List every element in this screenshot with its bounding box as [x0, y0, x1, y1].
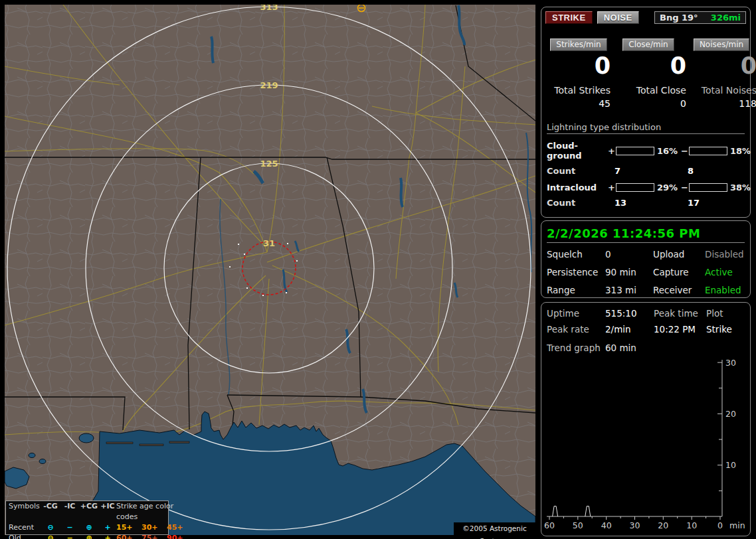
- peak-time-value: 10:22 PM: [654, 324, 706, 335]
- status-box: 2/2/2026 11:24:56 PM Squelch 0 Upload Di…: [541, 220, 751, 298]
- x-tick-40: 40: [601, 520, 612, 530]
- peak-rate-value: 2/min: [605, 324, 654, 335]
- cg-negative-count: 8: [681, 166, 754, 176]
- legend-symbols-header: Symbols: [9, 501, 41, 522]
- receiver-status: Enabled: [705, 283, 750, 297]
- age-30: 30+: [142, 522, 167, 533]
- total-strikes-value: 45: [599, 98, 611, 109]
- range-value: 313 mi: [605, 283, 653, 297]
- rate-counters: Strikes/min 0 Total Strikes 45 Close/min…: [547, 38, 746, 109]
- plus-sign: +: [608, 146, 616, 156]
- map-display[interactable]: 313 219 125 31 Symbols -CG -IC +CG +IC S…: [0, 0, 538, 539]
- old-minus-icon: −: [60, 533, 79, 539]
- distance-value: 326mi: [711, 13, 741, 23]
- plot-value: Strike: [706, 324, 750, 335]
- legend-neg-ic-header: -IC: [60, 501, 79, 522]
- intracloud-row: Intracloud + 29% − 38%: [547, 183, 750, 193]
- range-label: Range: [547, 283, 605, 297]
- ic-negative-count: 17: [681, 198, 754, 208]
- ic-positive-bar: [616, 183, 654, 192]
- cloud-ground-row: Cloud-ground + 16% − 18%: [547, 141, 750, 161]
- strikes-per-min-value: 0: [595, 52, 611, 79]
- persistence-row: Persistence 90 min Capture Active: [547, 266, 750, 279]
- total-noises-label: Total Noises: [702, 85, 756, 96]
- recent-circle-minus-icon: ⊖: [41, 522, 60, 533]
- legend-recent-label: Recent: [9, 522, 41, 533]
- uptime-row: Uptime 515:10 Peak time Plot: [547, 308, 750, 319]
- bearing-value: Bng 19°: [660, 13, 698, 23]
- squelch-label: Squelch: [547, 248, 605, 261]
- minus-sign: −: [681, 146, 689, 156]
- ic-negative-bar: [689, 183, 727, 192]
- map-canvas: 313 219 125 31: [0, 0, 538, 539]
- stats-box: STRIKE NOISE Bng 19° 326mi Strikes/min 0…: [541, 7, 751, 218]
- y-tick-20: 20: [725, 409, 736, 419]
- legend-pos-ic-header: +IC: [99, 501, 116, 522]
- recent-plus-icon: +: [99, 522, 116, 533]
- peak-rate-label: Peak rate: [547, 324, 605, 335]
- trend-peaks: [553, 506, 591, 517]
- receiver-label: Receiver: [653, 283, 705, 297]
- trend-graph-value: 60 min: [605, 343, 750, 353]
- legend-pos-cg-header: +CG: [79, 501, 99, 522]
- uptime-value: 515:10: [605, 308, 654, 319]
- noise-mode-button[interactable]: NOISE: [597, 11, 639, 24]
- x-tick-0: 0: [717, 520, 723, 530]
- minus-sign: −: [681, 183, 689, 193]
- ring-label-125: 125: [260, 159, 278, 169]
- legend-old-label: Old: [9, 533, 41, 539]
- y-tick-10: 10: [725, 460, 736, 470]
- strikes-counter-column: Strikes/min 0 Total Strikes 45: [547, 38, 611, 109]
- peak-time-header: Peak time: [654, 308, 706, 319]
- strike-mode-button[interactable]: STRIKE: [545, 11, 593, 24]
- side-panel: STRIKE NOISE Bng 19° 326mi Strikes/min 0…: [539, 0, 756, 539]
- x-tick-10: 10: [686, 520, 697, 530]
- y-tick-30: 30: [725, 358, 736, 368]
- cg-positive-count: 7: [608, 166, 681, 176]
- uptime-box: Uptime 515:10 Peak time Plot Peak rate 2…: [541, 302, 751, 536]
- trend-graph-label: Trend graph: [547, 343, 605, 353]
- total-close-value: 0: [680, 98, 686, 109]
- cg-positive-bar: [616, 147, 654, 155]
- squelch-row: Squelch 0 Upload Disabled: [547, 248, 750, 261]
- recent-minus-icon: −: [60, 522, 79, 533]
- age-60: 60+: [116, 533, 142, 539]
- cg-negative-bar: [689, 147, 727, 155]
- strikes-per-min-button[interactable]: Strikes/min: [550, 38, 607, 51]
- close-counter-column: Close/min 0 Total Close 0: [611, 38, 686, 109]
- persistence-label: Persistence: [547, 266, 605, 279]
- x-axis-unit: min: [729, 520, 745, 530]
- upload-label: Upload: [653, 248, 705, 261]
- total-strikes-label: Total Strikes: [554, 85, 611, 96]
- close-per-min-button[interactable]: Close/min: [622, 38, 674, 51]
- noises-per-min-button[interactable]: Noises/min: [694, 38, 749, 51]
- datetime-display: 2/2/2026 11:24:56 PM: [547, 226, 745, 243]
- total-noises-value: 118: [739, 98, 756, 109]
- legend-neg-cg-header: -CG: [41, 501, 60, 522]
- capture-status: Active: [705, 266, 750, 279]
- trend-graph: 30 20 10 60 50 40 30 20 10 0 min: [541, 354, 750, 535]
- persistence-value: 90 min: [605, 266, 653, 279]
- peak-rate-row: Peak rate 2/min 10:22 PM Strike: [547, 324, 750, 335]
- x-tick-50: 50: [573, 520, 583, 530]
- ic-negative-pct: 38%: [727, 183, 754, 193]
- old-plus-icon: +: [99, 533, 116, 539]
- noises-counter-column: Noises/min 0 Total Noises 118: [686, 38, 756, 109]
- old-circle-plus-icon: ⊕: [79, 533, 99, 539]
- ring-label-219: 219: [260, 80, 278, 90]
- age-90: 90+: [167, 533, 191, 539]
- age-45: 45+: [167, 522, 191, 533]
- ic-positive-pct: 29%: [654, 183, 681, 193]
- age-15: 15+: [116, 522, 142, 533]
- x-tick-20: 20: [658, 520, 668, 530]
- close-per-min-value: 0: [670, 52, 686, 79]
- legend-age-title: Strike age color codes: [116, 501, 191, 522]
- uptime-label: Uptime: [547, 308, 605, 319]
- ring-label-31: 31: [263, 238, 275, 248]
- ic-positive-count: 13: [608, 198, 681, 208]
- capture-label: Capture: [653, 266, 705, 279]
- squelch-value: 0: [605, 248, 653, 261]
- x-tick-30: 30: [630, 520, 640, 530]
- count-label: Count: [547, 166, 608, 176]
- total-close-label: Total Close: [636, 85, 686, 96]
